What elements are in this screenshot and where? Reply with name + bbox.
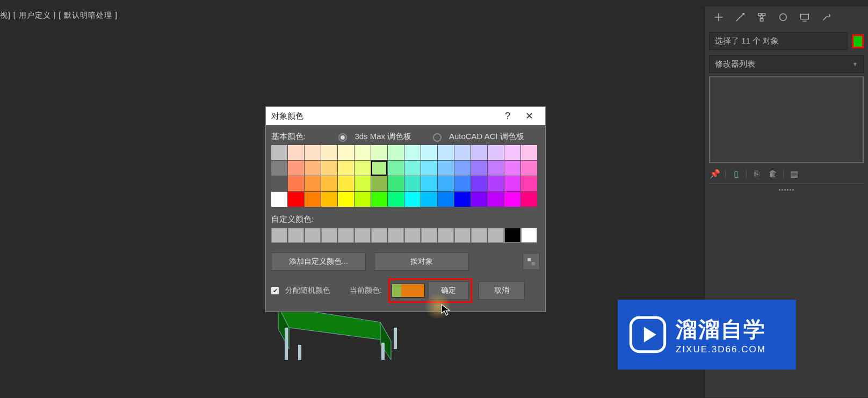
palette-swatch[interactable] [321, 161, 337, 176]
palette-swatch[interactable] [355, 176, 371, 191]
custom-swatch[interactable] [521, 228, 537, 243]
object-color-swatch[interactable] [852, 34, 864, 48]
ok-button[interactable]: 确定 [428, 281, 469, 300]
palette-swatch[interactable] [488, 192, 504, 207]
palette-swatch[interactable] [504, 192, 520, 207]
current-color-swatch[interactable] [392, 284, 425, 298]
palette-swatch[interactable] [271, 192, 287, 207]
cancel-button[interactable]: 取消 [479, 281, 525, 300]
palette-swatch[interactable] [504, 161, 520, 176]
palette-swatch[interactable] [521, 192, 537, 207]
add-custom-color-button[interactable]: 添加自定义颜色... [271, 252, 366, 271]
create-tab-icon[interactable] [711, 10, 726, 25]
palette-swatch[interactable] [321, 192, 337, 207]
palette-swatch[interactable] [271, 145, 287, 160]
color-picker-icon[interactable] [523, 253, 540, 270]
palette-swatch[interactable] [404, 145, 421, 160]
palette-swatch[interactable] [438, 145, 454, 160]
palette-swatch[interactable] [521, 161, 537, 176]
palette-swatch[interactable] [421, 192, 437, 207]
palette-swatch[interactable] [388, 161, 404, 176]
make-unique-icon[interactable]: ⎘ [751, 169, 763, 179]
hierarchy-tab-icon[interactable] [754, 10, 769, 25]
custom-swatch[interactable] [438, 228, 454, 243]
custom-swatch[interactable] [355, 228, 371, 243]
pin-stack-icon[interactable]: 📌 [709, 169, 721, 179]
palette-swatch[interactable] [421, 145, 437, 160]
palette-swatch[interactable] [471, 192, 487, 207]
palette-swatch[interactable] [338, 192, 354, 207]
radio-3dsmax-palette[interactable] [338, 133, 347, 142]
palette-swatch[interactable] [355, 145, 371, 160]
palette-swatch[interactable] [388, 176, 404, 191]
panel-drag-handle[interactable] [773, 189, 800, 191]
configure-sets-icon[interactable]: ▤ [788, 169, 800, 179]
palette-swatch[interactable] [305, 176, 321, 191]
dialog-titlebar[interactable]: 对象颜色 ? ✕ [266, 107, 545, 125]
palette-swatch[interactable] [471, 176, 487, 191]
palette-swatch[interactable] [371, 161, 387, 176]
palette-swatch[interactable] [404, 192, 421, 207]
palette-swatch[interactable] [288, 161, 304, 176]
palette-swatch[interactable] [271, 161, 287, 176]
palette-swatch[interactable] [471, 161, 487, 176]
palette-swatch[interactable] [321, 176, 337, 191]
modifier-stack[interactable] [709, 76, 864, 163]
custom-swatch[interactable] [388, 228, 404, 243]
palette-swatch[interactable] [488, 145, 504, 160]
custom-swatch[interactable] [288, 228, 304, 243]
palette-swatch[interactable] [371, 145, 387, 160]
custom-swatch[interactable] [305, 228, 321, 243]
assign-random-checkbox[interactable]: ✔ [271, 287, 279, 294]
remove-modifier-icon[interactable]: 🗑 [767, 169, 779, 179]
custom-swatch[interactable] [488, 228, 504, 243]
palette-swatch[interactable] [321, 145, 337, 160]
custom-swatch[interactable] [471, 228, 487, 243]
palette-swatch[interactable] [338, 145, 354, 160]
palette-swatch[interactable] [305, 192, 321, 207]
custom-swatch[interactable] [321, 228, 337, 243]
palette-swatch[interactable] [338, 176, 354, 191]
palette-swatch[interactable] [288, 145, 304, 160]
utilities-tab-icon[interactable] [819, 10, 834, 25]
close-button[interactable]: ✕ [518, 110, 540, 122]
motion-tab-icon[interactable] [776, 10, 791, 25]
help-button[interactable]: ? [497, 111, 518, 122]
palette-swatch[interactable] [488, 161, 504, 176]
palette-swatch[interactable] [521, 145, 537, 160]
palette-swatch[interactable] [288, 192, 304, 207]
palette-swatch[interactable] [388, 145, 404, 160]
palette-swatch[interactable] [504, 145, 520, 160]
palette-swatch[interactable] [355, 192, 371, 207]
palette-swatch[interactable] [305, 161, 321, 176]
modifier-list-dropdown[interactable]: 修改器列表 [709, 55, 864, 73]
palette-swatch[interactable] [454, 176, 471, 191]
palette-swatch[interactable] [471, 145, 487, 160]
selection-name-field[interactable]: 选择了 11 个 对象 [709, 32, 848, 50]
palette-swatch[interactable] [438, 161, 454, 176]
palette-swatch[interactable] [488, 176, 504, 191]
palette-swatch[interactable] [454, 192, 471, 207]
palette-swatch[interactable] [454, 145, 471, 160]
modify-tab-icon[interactable] [733, 10, 748, 25]
palette-swatch[interactable] [404, 176, 421, 191]
custom-swatch[interactable] [338, 228, 354, 243]
palette-swatch[interactable] [454, 161, 471, 176]
show-end-result-icon[interactable]: ▯ [730, 169, 742, 179]
palette-swatch[interactable] [371, 176, 387, 191]
custom-swatch[interactable] [421, 228, 437, 243]
palette-swatch[interactable] [521, 176, 537, 191]
palette-swatch[interactable] [438, 192, 454, 207]
palette-swatch[interactable] [421, 161, 437, 176]
palette-swatch[interactable] [404, 161, 421, 176]
palette-swatch[interactable] [504, 176, 520, 191]
display-tab-icon[interactable] [797, 10, 812, 25]
palette-swatch[interactable] [438, 176, 454, 191]
custom-swatch[interactable] [404, 228, 421, 243]
custom-swatch[interactable] [504, 228, 520, 243]
custom-swatch[interactable] [454, 228, 471, 243]
palette-swatch[interactable] [288, 176, 304, 191]
custom-swatch[interactable] [271, 228, 287, 243]
palette-swatch[interactable] [305, 145, 321, 160]
palette-swatch[interactable] [421, 176, 437, 191]
